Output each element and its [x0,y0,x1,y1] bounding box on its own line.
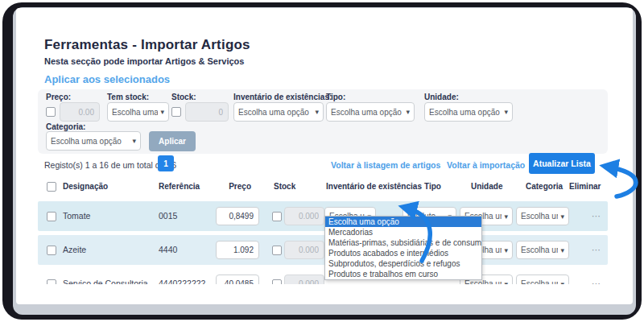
dropdown-option[interactable]: Mercadorias [325,227,481,237]
stock-filter-checkbox[interactable] [171,107,181,117]
chevron-down-icon: ▾ [560,213,564,221]
dropdown-option[interactable]: Matérias-primas, subsidiárias e de consu… [325,237,481,248]
delete-row-icon[interactable]: ⋯ [592,269,601,284]
chevron-down-icon: ▾ [315,108,319,116]
dropdown-option[interactable]: Subprodutos, desperdícios e refugos [325,258,481,269]
col-preco: Preço [209,182,251,191]
stock-filter-label: Stock: [171,93,196,101]
price-filter-label: Preço: [46,93,71,101]
back-to-import-link[interactable]: Voltar à importação [447,160,525,170]
dropdown-option[interactable]: Produtos acabados e intermédios [325,248,481,258]
table-row-azeite: Azeite 4440 Escolha uma ▾ Escolha uma ▾ … [38,235,608,265]
stock-filter-input[interactable] [185,102,229,122]
row-checkbox[interactable] [47,246,56,255]
col-unidade: Unidade [471,182,502,191]
apply-to-selected-link[interactable]: Aplicar aos selecionados [44,73,170,85]
chevron-down-icon: ▾ [504,280,508,285]
row-name: Azeite [63,235,86,265]
filter-panel: Preço: Tem stock: Escolha uma opção ▾ St… [38,89,608,154]
chevron-down-icon: ▾ [504,246,508,254]
unit-filter-select[interactable]: Escolha uma opção ▾ [424,102,513,122]
inventory-filter-label: Inventário de existências: [233,93,332,101]
chevron-down-icon: ▾ [406,108,410,116]
chevron-down-icon: ▾ [560,246,564,254]
col-inventario: Inventário de existências [326,182,422,191]
price-filter-input[interactable] [60,102,100,122]
row-reference: 0015 [159,201,177,231]
row-category-select[interactable]: Escolha uma ▾ [516,207,569,225]
records-count-text: Registo(s) 1 a 16 de um total de 16 [44,160,176,170]
chevron-down-icon: ▾ [160,108,164,116]
delete-row-icon[interactable]: ⋯ [592,201,601,231]
chevron-down-icon: ▾ [504,213,508,221]
row-name: Tomate [63,201,90,231]
inventory-open-dropdown: Escolha uma opção Mercadorias Matérias-p… [324,216,482,280]
delete-row-icon[interactable]: ⋯ [592,235,601,265]
has-stock-filter-label: Tem stock: [107,93,149,101]
col-designacao: Designação [63,182,108,191]
table-header: Designação Referência Preço Stock Invent… [16,179,633,198]
screenshot-stage: Ferramentas - Importar Artigos Nesta sec… [0,0,644,322]
row-price-input[interactable] [216,207,259,225]
table-row-3: Serviço de Consultoria 4440222222 Escolh… [38,269,608,284]
app-card: Ferramentas - Importar Artigos Nesta sec… [16,8,633,304]
price-filter-checkbox[interactable] [46,107,56,117]
row-stock-input[interactable] [284,241,324,259]
chevron-down-icon: ▾ [504,108,508,116]
row-stock-checkbox[interactable] [272,279,282,284]
row-reference: 4440 [159,235,177,265]
col-tipo: Tipo [424,182,441,191]
dropdown-option[interactable]: Escolha uma opção [325,217,481,227]
select-all-checkbox[interactable] [47,182,56,192]
row-price-input[interactable] [216,241,259,259]
row-category-select[interactable]: Escolha uma ▾ [516,241,569,259]
chevron-down-icon: ▾ [560,280,564,285]
row-stock-input[interactable] [284,275,324,284]
chevron-down-icon: ▾ [132,137,136,145]
row-stock-checkbox[interactable] [272,212,282,221]
apply-button[interactable]: Aplicar [149,131,196,151]
category-filter-select[interactable]: Escolha uma opção ▾ [46,131,141,151]
col-eliminar: Eliminar [569,182,601,191]
update-list-button[interactable]: Atualizar Lista [529,153,595,174]
back-to-articles-link[interactable]: Voltar à listagem de artigos [331,160,440,170]
col-stock: Stock [274,182,295,191]
row-checkbox[interactable] [47,212,56,221]
row-stock-input[interactable] [284,207,324,225]
row-name: Serviço de Consultoria [63,269,148,284]
row-stock-checkbox[interactable] [272,246,282,255]
type-filter-select[interactable]: Escolha uma opção ▾ [326,102,415,122]
has-stock-filter-select[interactable]: Escolha uma opção ▾ [107,102,169,122]
pagination-page-1[interactable]: 1 [158,155,174,171]
row-price-input[interactable] [216,275,259,284]
col-referencia: Referência [159,182,200,191]
page-subtitle: Nesta secção pode importar Artigos & Ser… [44,56,244,66]
inventory-filter-select[interactable]: Escolha uma opção ▾ [233,102,324,122]
dropdown-option[interactable]: Produtos e trabalhos em curso [325,269,481,279]
row-reference: 4440222222 [159,269,205,284]
table-row-tomate: Tomate 0015 Escolha uma ▾ Produto ▾ Esco… [38,201,608,231]
type-filter-label: Tipo: [326,93,345,101]
row-checkbox[interactable] [47,279,56,284]
unit-filter-label: Unidade: [424,93,459,101]
category-filter-label: Categoria: [46,122,85,131]
page-title: Ferramentas - Importar Artigos [44,37,250,53]
col-categoria: Categoria [526,182,563,191]
row-category-select[interactable]: Escolha uma ▾ [516,275,569,284]
